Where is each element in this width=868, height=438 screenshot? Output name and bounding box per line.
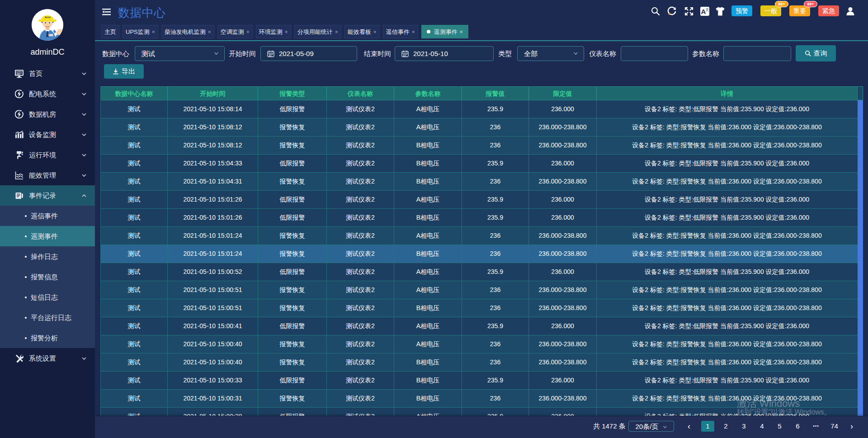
svg-text:文: 文: [706, 8, 709, 12]
svg-text:Acrel: Acrel: [49, 34, 53, 36]
svg-text:Acrel: Acrel: [45, 16, 51, 19]
